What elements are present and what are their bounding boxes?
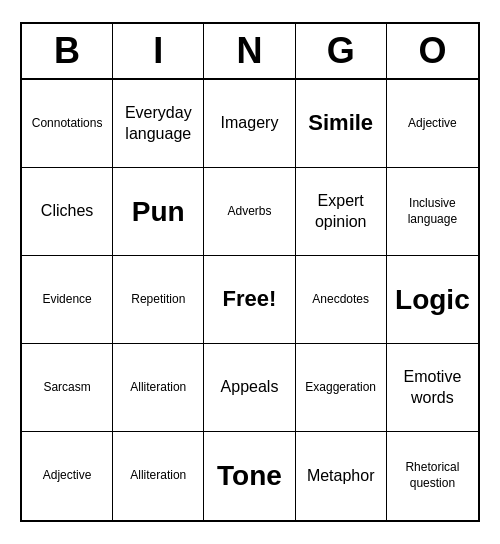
bingo-cell-6[interactable]: Pun <box>113 168 204 256</box>
bingo-cell-5[interactable]: Cliches <box>22 168 113 256</box>
bingo-cell-15[interactable]: Sarcasm <box>22 344 113 432</box>
bingo-card: BINGO ConnotationsEveryday languageImage… <box>20 22 480 522</box>
bingo-cell-7[interactable]: Adverbs <box>204 168 295 256</box>
cell-text-20: Adjective <box>43 468 92 484</box>
cell-text-12: Free! <box>223 286 277 312</box>
bingo-cell-14[interactable]: Logic <box>387 256 478 344</box>
cell-text-0: Connotations <box>32 116 103 132</box>
header-letter-B: B <box>22 24 113 78</box>
bingo-cell-8[interactable]: Expert opinion <box>296 168 387 256</box>
bingo-cell-20[interactable]: Adjective <box>22 432 113 520</box>
bingo-grid: ConnotationsEveryday languageImagerySimi… <box>22 80 478 520</box>
cell-text-15: Sarcasm <box>43 380 90 396</box>
cell-text-19: Emotive words <box>391 367 474 409</box>
bingo-cell-4[interactable]: Adjective <box>387 80 478 168</box>
cell-text-4: Adjective <box>408 116 457 132</box>
cell-text-21: Alliteration <box>130 468 186 484</box>
cell-text-23: Metaphor <box>307 466 375 487</box>
cell-text-16: Alliteration <box>130 380 186 396</box>
bingo-cell-18[interactable]: Exaggeration <box>296 344 387 432</box>
bingo-cell-9[interactable]: Inclusive language <box>387 168 478 256</box>
cell-text-1: Everyday language <box>117 103 199 145</box>
cell-text-14: Logic <box>395 284 470 316</box>
bingo-cell-24[interactable]: Rhetorical question <box>387 432 478 520</box>
header-letter-I: I <box>113 24 204 78</box>
cell-text-17: Appeals <box>221 377 279 398</box>
bingo-cell-11[interactable]: Repetition <box>113 256 204 344</box>
bingo-cell-2[interactable]: Imagery <box>204 80 295 168</box>
cell-text-9: Inclusive language <box>391 196 474 227</box>
bingo-cell-16[interactable]: Alliteration <box>113 344 204 432</box>
cell-text-3: Simile <box>308 110 373 136</box>
cell-text-2: Imagery <box>221 113 279 134</box>
cell-text-10: Evidence <box>42 292 91 308</box>
bingo-cell-1[interactable]: Everyday language <box>113 80 204 168</box>
cell-text-8: Expert opinion <box>300 191 382 233</box>
bingo-cell-19[interactable]: Emotive words <box>387 344 478 432</box>
header-letter-N: N <box>204 24 295 78</box>
bingo-cell-3[interactable]: Simile <box>296 80 387 168</box>
bingo-header: BINGO <box>22 24 478 80</box>
bingo-cell-21[interactable]: Alliteration <box>113 432 204 520</box>
bingo-cell-22[interactable]: Tone <box>204 432 295 520</box>
cell-text-11: Repetition <box>131 292 185 308</box>
bingo-cell-12[interactable]: Free! <box>204 256 295 344</box>
bingo-cell-10[interactable]: Evidence <box>22 256 113 344</box>
cell-text-13: Anecdotes <box>312 292 369 308</box>
cell-text-7: Adverbs <box>227 204 271 220</box>
header-letter-O: O <box>387 24 478 78</box>
cell-text-6: Pun <box>132 196 185 228</box>
cell-text-5: Cliches <box>41 201 93 222</box>
header-letter-G: G <box>296 24 387 78</box>
bingo-cell-23[interactable]: Metaphor <box>296 432 387 520</box>
bingo-cell-0[interactable]: Connotations <box>22 80 113 168</box>
bingo-cell-17[interactable]: Appeals <box>204 344 295 432</box>
bingo-cell-13[interactable]: Anecdotes <box>296 256 387 344</box>
cell-text-24: Rhetorical question <box>391 460 474 491</box>
cell-text-22: Tone <box>217 460 282 492</box>
cell-text-18: Exaggeration <box>305 380 376 396</box>
